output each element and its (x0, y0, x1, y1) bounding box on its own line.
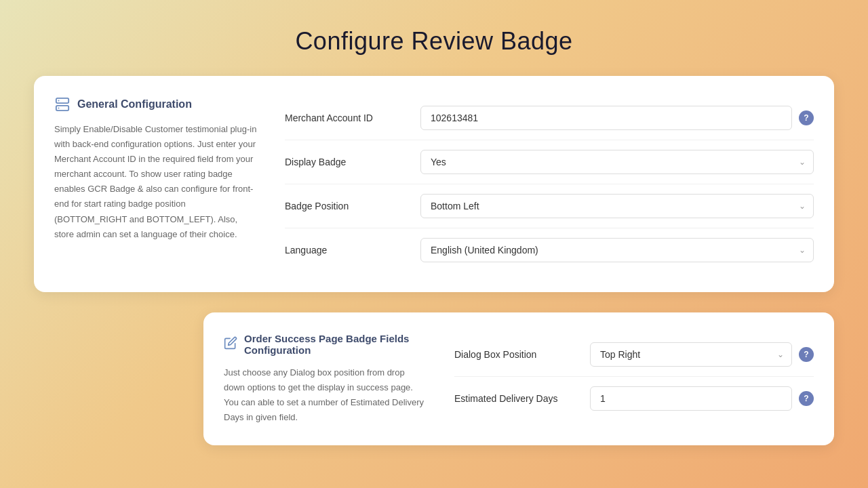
badge-position-control: Bottom Left Bottom Right Top Left Top Ri… (420, 194, 814, 218)
delivery-days-help-icon[interactable]: ? (799, 391, 814, 406)
badge-position-select-wrapper: Bottom Left Bottom Right Top Left Top Ri… (420, 194, 814, 218)
language-select-wrapper: English (United Kingdom) English (United… (420, 238, 814, 262)
display-badge-select-wrapper: Yes No ⌄ (420, 150, 814, 174)
dialog-position-select-wrapper: Top Right Top Left Bottom Right Bottom L… (590, 342, 792, 367)
order-success-left: Order Success Page Badge Fields Configur… (224, 333, 427, 425)
general-config-title-text: General Configuration (77, 98, 192, 110)
display-badge-row: Display Badge Yes No ⌄ (285, 140, 814, 184)
dialog-position-help-icon[interactable]: ? (799, 347, 814, 362)
delivery-days-label: Estimated Delivery Days (454, 393, 576, 404)
language-select[interactable]: English (United Kingdom) English (United… (420, 238, 814, 262)
page-title: Configure Review Badge (0, 0, 868, 76)
merchant-help-icon[interactable]: ? (799, 110, 814, 125)
general-config-card: General Configuration Simply Enable/Disa… (34, 76, 834, 292)
order-success-title-text: Order Success Page Badge Fields Configur… (244, 333, 427, 356)
dialog-position-label: Dialog Box Position (454, 349, 576, 360)
dialog-position-row: Dialog Box Position Top Right Top Left B… (454, 333, 814, 377)
general-config-section-title: General Configuration (54, 96, 258, 113)
display-badge-select[interactable]: Yes No (420, 150, 814, 174)
display-badge-control: Yes No ⌄ (420, 150, 814, 174)
general-config-description: Simply Enable/Disable Customer testimoni… (54, 122, 258, 242)
order-success-card: Order Success Page Badge Fields Configur… (203, 312, 834, 445)
merchant-account-control: ? (420, 106, 814, 130)
language-label: Language (285, 245, 407, 256)
edit-icon (224, 336, 237, 353)
order-success-description: Just choose any Dialog box position from… (224, 365, 427, 425)
language-row: Language English (United Kingdom) Englis… (285, 228, 814, 272)
merchant-account-label: Merchant Account ID (285, 113, 407, 123)
order-success-section-title: Order Success Page Badge Fields Configur… (224, 333, 427, 356)
delivery-days-input[interactable] (590, 386, 792, 411)
order-success-right: Dialog Box Position Top Right Top Left B… (454, 333, 814, 425)
delivery-days-row: Estimated Delivery Days ? (454, 377, 814, 420)
server-icon (54, 96, 71, 113)
badge-position-row: Badge Position Bottom Left Bottom Right … (285, 184, 814, 228)
language-control: English (United Kingdom) English (United… (420, 238, 814, 262)
dialog-position-control: Top Right Top Left Bottom Right Bottom L… (590, 342, 814, 367)
display-badge-label: Display Badge (285, 157, 407, 167)
dialog-position-select[interactable]: Top Right Top Left Bottom Right Bottom L… (590, 342, 792, 367)
general-config-right: Merchant Account ID ? Display Badge Yes … (285, 96, 814, 272)
merchant-account-input[interactable] (420, 106, 792, 130)
delivery-days-control: ? (590, 386, 814, 411)
badge-position-select[interactable]: Bottom Left Bottom Right Top Left Top Ri… (420, 194, 814, 218)
merchant-account-row: Merchant Account ID ? (285, 96, 814, 140)
general-config-left: General Configuration Simply Enable/Disa… (54, 96, 258, 272)
badge-position-label: Badge Position (285, 201, 407, 211)
